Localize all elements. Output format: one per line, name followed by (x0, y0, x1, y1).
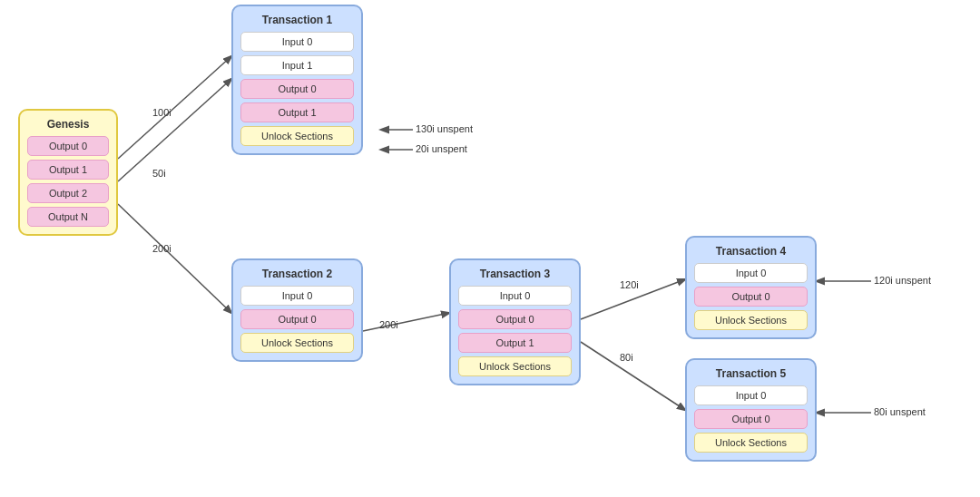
tx1-title: Transaction 1 (262, 14, 332, 26)
tx1-unlock: Unlock Sections (240, 126, 354, 146)
tx2-input0: Input 0 (240, 286, 354, 306)
genesis-output0: Output 0 (27, 136, 109, 156)
tx5-title: Transaction 5 (716, 367, 786, 380)
svg-line-1 (118, 79, 231, 181)
label-130i: 130i unspent (416, 123, 473, 134)
label-20i: 20i unspent (416, 143, 467, 154)
tx1-output0: Output 0 (240, 79, 354, 99)
svg-line-2 (118, 204, 231, 313)
label-tx4-unspent: 120i unspent (874, 275, 931, 286)
genesis-title: Genesis (47, 118, 90, 131)
tx5-node: Transaction 5 Input 0 Output 0 Unlock Se… (685, 358, 817, 462)
genesis-outputN: Output N (27, 207, 109, 227)
label-200i-tx2tx3: 200i (379, 319, 398, 330)
tx1-output1: Output 1 (240, 102, 354, 122)
label-200i-genesis: 200i (152, 243, 172, 254)
tx2-node: Transaction 2 Input 0 Output 0 Unlock Se… (231, 258, 363, 362)
tx4-title: Transaction 4 (716, 245, 786, 258)
tx1-input0: Input 0 (240, 32, 354, 52)
svg-line-3 (363, 313, 449, 331)
tx2-unlock: Unlock Sections (240, 333, 354, 353)
tx4-unlock: Unlock Sections (694, 310, 808, 330)
tx1-input1: Input 1 (240, 55, 354, 75)
tx3-title: Transaction 3 (480, 268, 550, 280)
genesis-output2: Output 2 (27, 183, 109, 203)
tx3-output1: Output 1 (458, 333, 572, 353)
tx4-node: Transaction 4 Input 0 Output 0 Unlock Se… (685, 236, 817, 339)
tx3-input0: Input 0 (458, 286, 572, 306)
tx5-input0: Input 0 (694, 385, 808, 405)
tx5-unlock: Unlock Sections (694, 433, 808, 453)
tx4-output0: Output 0 (694, 287, 808, 307)
svg-line-0 (118, 56, 231, 159)
label-80i: 80i (620, 352, 633, 363)
genesis-output1: Output 1 (27, 160, 109, 180)
label-100i: 100i (152, 107, 172, 118)
tx4-input0: Input 0 (694, 263, 808, 283)
label-50i: 50i (152, 168, 166, 179)
tx5-output0: Output 0 (694, 409, 808, 429)
tx2-output0: Output 0 (240, 309, 354, 329)
tx3-output0: Output 0 (458, 309, 572, 329)
diagram: Genesis Output 0 Output 1 Output 2 Outpu… (0, 0, 980, 497)
tx2-title: Transaction 2 (262, 268, 332, 280)
tx3-unlock: Unlock Sections (458, 356, 572, 376)
tx3-node: Transaction 3 Input 0 Output 0 Output 1 … (449, 258, 581, 385)
label-120i: 120i (620, 279, 639, 290)
arrows-svg (0, 0, 980, 497)
tx1-node: Transaction 1 Input 0 Input 1 Output 0 O… (231, 5, 363, 155)
genesis-node: Genesis Output 0 Output 1 Output 2 Outpu… (18, 109, 118, 236)
label-tx5-unspent: 80i unspent (874, 406, 926, 417)
